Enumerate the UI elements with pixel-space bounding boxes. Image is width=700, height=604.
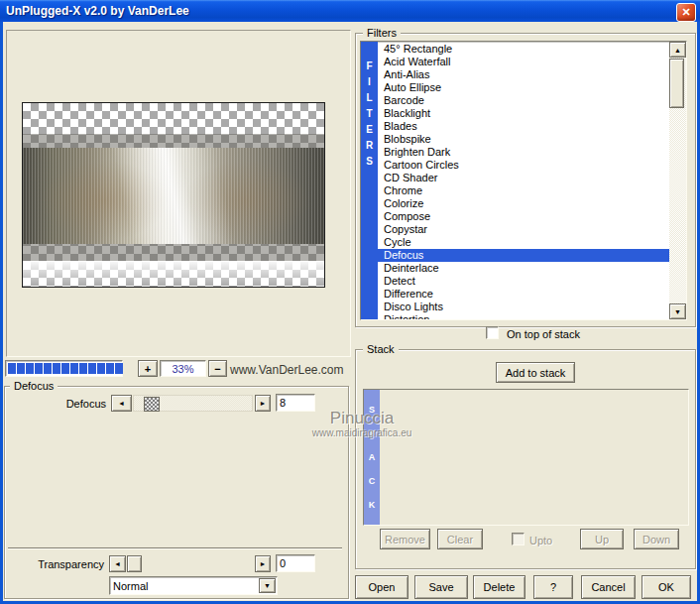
scrollbar-thumb[interactable] <box>669 59 684 108</box>
left-arrow-icon: ◄ <box>114 560 121 567</box>
filter-list-item[interactable]: Barcode <box>378 94 669 107</box>
filter-list-item[interactable]: Compose <box>378 210 669 223</box>
delete-label: Delete <box>484 581 516 593</box>
filter-list-item[interactable]: CD Shader <box>378 172 669 184</box>
filters-scrollbar[interactable]: ▲ ▼ <box>669 42 686 319</box>
scroll-down-button[interactable]: ▼ <box>669 303 686 319</box>
filter-list-item[interactable]: Detect <box>378 275 669 288</box>
close-icon: ✕ <box>681 6 690 19</box>
ok-label: OK <box>658 581 674 593</box>
banner-letter: E <box>366 122 373 138</box>
progress-segment <box>79 363 87 374</box>
remove-label: Remove <box>385 534 425 545</box>
filter-list-item[interactable]: Disco Lights <box>378 301 669 313</box>
filter-list-item[interactable]: Blobspike <box>378 133 669 146</box>
open-button[interactable]: Open <box>355 575 408 599</box>
banner-letter: S <box>366 154 373 170</box>
close-button[interactable]: ✕ <box>676 3 696 22</box>
zoom-out-button[interactable]: − <box>208 360 227 377</box>
preview-gradient-band <box>23 148 324 244</box>
filter-list-item[interactable]: Colorize <box>378 197 669 210</box>
filter-list-item[interactable]: Defocus <box>378 249 669 262</box>
cancel-label: Cancel <box>591 581 625 593</box>
progress-segment <box>35 363 43 374</box>
save-button[interactable]: Save <box>414 575 468 599</box>
clear-label: Clear <box>447 534 473 545</box>
upto-checkbox[interactable] <box>512 533 525 545</box>
preview-band-soft-bottom <box>23 244 324 261</box>
filter-list-item[interactable]: Blades <box>378 120 669 133</box>
preview-image[interactable] <box>22 102 325 288</box>
filter-list-item[interactable]: Cycle <box>378 236 669 249</box>
up-label: Up <box>595 534 609 545</box>
zoom-level-value: 33% <box>160 360 206 377</box>
down-label: Down <box>642 534 670 545</box>
filter-list-item[interactable]: Chrome <box>378 184 669 197</box>
add-to-stack-label: Add to stack <box>506 367 566 379</box>
right-arrow-icon: ► <box>260 560 267 567</box>
plus-icon: + <box>145 363 151 375</box>
transparency-slider-left-button[interactable]: ◄ <box>109 555 126 572</box>
progress-segment <box>17 363 25 374</box>
transparency-slider-thumb[interactable] <box>127 555 142 572</box>
defocus-slider-thumb[interactable] <box>144 397 160 412</box>
on-top-of-stack-label: On top of stack <box>507 328 580 340</box>
progress-segment <box>106 363 114 374</box>
filter-list-item[interactable]: Distortion <box>378 313 669 319</box>
banner-letter: A <box>369 452 376 462</box>
add-to-stack-button[interactable]: Add to stack <box>496 362 575 383</box>
down-button[interactable]: Down <box>634 529 679 549</box>
defocus-value-field[interactable] <box>276 394 315 412</box>
down-arrow-icon: ▼ <box>674 308 681 315</box>
website-link[interactable]: www.VanDerLee.com <box>230 363 344 377</box>
banner-letter: K <box>369 500 376 510</box>
cancel-button[interactable]: Cancel <box>581 575 636 599</box>
progress-segment <box>115 363 123 374</box>
progress-segment <box>8 363 16 374</box>
progress-segment <box>26 363 34 374</box>
filter-list-item[interactable]: Brighten Dark <box>378 146 669 159</box>
preview-band-soft-top <box>23 134 324 148</box>
scrollbar-track[interactable] <box>669 58 686 303</box>
defocus-slider-left-button[interactable]: ◄ <box>111 395 132 412</box>
filter-list-item[interactable]: 45° Rectangle <box>378 43 669 56</box>
clear-button[interactable]: Clear <box>437 529 483 549</box>
progress-segment <box>88 363 96 374</box>
delete-button[interactable]: Delete <box>473 575 525 599</box>
transparency-value-field[interactable] <box>276 554 315 572</box>
zoom-in-button[interactable]: + <box>138 360 158 377</box>
help-button[interactable]: ? <box>533 575 573 599</box>
transparency-slider-right-button[interactable]: ► <box>255 555 271 572</box>
dropdown-arrow-button[interactable]: ▼ <box>259 578 276 593</box>
filter-list-item[interactable]: Cartoon Circles <box>378 159 669 172</box>
filter-list-item[interactable]: Difference <box>378 288 669 301</box>
help-label: ? <box>550 581 556 593</box>
on-top-of-stack-checkbox[interactable] <box>486 326 499 339</box>
filters-group-label: Filters <box>363 27 401 39</box>
up-button[interactable]: Up <box>580 529 624 549</box>
filter-list-item[interactable]: Copystar <box>378 223 669 236</box>
preview-band-fade <box>23 261 324 287</box>
ok-button[interactable]: OK <box>642 575 691 599</box>
blend-mode-dropdown[interactable]: Normal ▼ <box>109 576 278 595</box>
remove-button[interactable]: Remove <box>380 529 430 549</box>
minus-icon: − <box>214 363 220 375</box>
zoom-level-text: 33% <box>172 363 193 375</box>
filter-list-item[interactable]: Blacklight <box>378 107 669 120</box>
filter-list-item[interactable]: Acid Waterfall <box>378 56 669 68</box>
chevron-down-icon: ▼ <box>264 582 271 589</box>
banner-letter: T <box>369 428 375 438</box>
filter-list-item[interactable]: Anti-Alias <box>378 68 669 81</box>
progress-segment <box>53 363 60 374</box>
title-bar[interactable]: UnPlugged-X v2.0 by VanDerLee ✕ <box>0 0 700 22</box>
right-arrow-icon: ► <box>260 400 267 407</box>
banner-letter: S <box>369 405 375 415</box>
scroll-up-button[interactable]: ▲ <box>669 42 686 58</box>
filter-list-item[interactable]: Deinterlace <box>378 262 669 275</box>
defocus-slider-right-button[interactable]: ► <box>255 395 271 412</box>
window-title: UnPlugged-X v2.0 by VanDerLee <box>0 4 189 18</box>
upto-label: Upto <box>529 535 552 546</box>
stack-list[interactable] <box>380 390 688 525</box>
filter-list-item[interactable]: Auto Ellipse <box>378 81 669 94</box>
stack-listbox: STACK <box>363 389 689 526</box>
